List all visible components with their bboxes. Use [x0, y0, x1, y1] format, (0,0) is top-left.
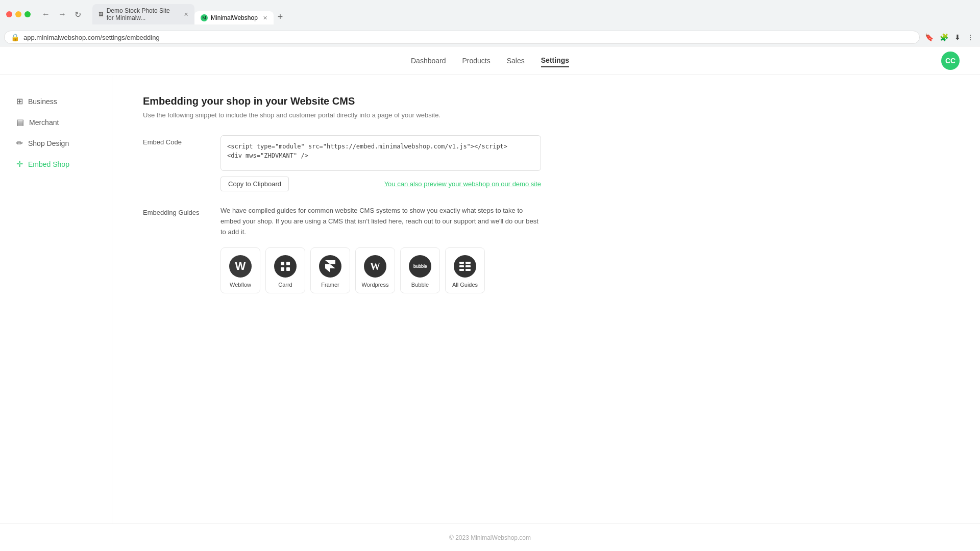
embed-code-textarea[interactable]: <script type="module" src="https://embed…	[220, 135, 541, 171]
guides-description: We have compiled guides for common websi…	[220, 206, 541, 237]
sidebar-label-embed-shop: Embed Shop	[28, 160, 69, 168]
embedding-guides-label: Embedding Guides	[143, 206, 204, 293]
browser-titlebar: ← → ↻ 🖼 Demo Stock Photo Site for Minima…	[0, 0, 980, 29]
window-close-button[interactable]	[6, 11, 12, 17]
sidebar-item-shop-design[interactable]: ✏ Shop Design	[10, 133, 102, 153]
svg-rect-8	[465, 265, 471, 267]
tab-minimalwebshop[interactable]: M MinimalWebshop ✕	[194, 11, 274, 24]
merchant-icon: ▤	[16, 117, 24, 127]
tab-demo-stock[interactable]: 🖼 Demo Stock Photo Site for Minimalw... …	[92, 4, 194, 24]
page-subtitle: Use the following snippet to include the…	[143, 111, 541, 119]
guide-card-webflow[interactable]: W Webflow	[220, 247, 260, 293]
carrd-logo	[274, 255, 297, 278]
embed-code-content: <script type="module" src="https://embed…	[220, 135, 541, 191]
tab-title-2: MinimalWebshop	[211, 14, 258, 21]
framer-logo	[319, 255, 341, 278]
settings-icon[interactable]: ⋮	[965, 32, 976, 42]
main-layout: ⊞ Business ▤ Merchant ✏ Shop Design ✛ Em…	[0, 75, 980, 523]
embed-code-label: Embed Code	[143, 135, 204, 191]
svg-rect-0	[281, 262, 284, 265]
svg-rect-1	[286, 262, 290, 265]
tab-title-1: Demo Stock Photo Site for Minimalw...	[107, 7, 179, 21]
nav-right: CC	[941, 52, 960, 70]
guide-card-wordpress[interactable]: W Wordpress	[355, 247, 395, 293]
tab-close-1[interactable]: ✕	[184, 11, 188, 18]
embed-shop-icon: ✛	[16, 159, 23, 169]
app: Dashboard Products Sales Settings CC ⊞ B…	[0, 46, 980, 551]
tab-favicon-1: 🖼	[99, 11, 104, 18]
wordpress-logo: W	[364, 255, 386, 278]
framer-label: Framer	[321, 282, 339, 288]
bookmark-icon[interactable]: 🔖	[923, 32, 936, 42]
address-bar[interactable]: 🔒 app.minimalwebshop.com/settings/embedd…	[4, 31, 920, 44]
footer: © 2023 MinimalWebshop.com	[0, 523, 980, 551]
guide-card-bubble[interactable]: bubble Bubble	[400, 247, 440, 293]
embedding-guides-section: Embedding Guides We have compiled guides…	[143, 206, 541, 293]
avatar[interactable]: CC	[941, 52, 960, 70]
nav-dashboard[interactable]: Dashboard	[411, 55, 446, 67]
lock-icon: 🔒	[11, 33, 19, 41]
guides-grid: W Webflow Carrd	[220, 247, 541, 293]
top-nav: Dashboard Products Sales Settings CC	[0, 46, 980, 75]
window-controls[interactable]	[6, 11, 31, 17]
guides-content: We have compiled guides for common websi…	[220, 206, 541, 293]
sidebar-item-business[interactable]: ⊞ Business	[10, 91, 102, 111]
address-text: app.minimalwebshop.com/settings/embeddin…	[23, 34, 913, 41]
tab-close-2[interactable]: ✕	[263, 15, 267, 21]
embed-actions: Copy to Clipboard You can also preview y…	[220, 177, 541, 191]
nav-sales[interactable]: Sales	[507, 55, 525, 67]
browser-chrome: ← → ↻ 🖼 Demo Stock Photo Site for Minima…	[0, 0, 980, 46]
svg-rect-4	[459, 262, 464, 264]
all-guides-logo	[454, 255, 476, 278]
forward-button[interactable]: →	[55, 9, 69, 20]
svg-rect-9	[465, 269, 471, 271]
svg-rect-7	[465, 262, 471, 264]
wordpress-label: Wordpress	[362, 282, 389, 288]
address-bar-row: 🔒 app.minimalwebshop.com/settings/embedd…	[0, 29, 980, 46]
guide-card-all[interactable]: All Guides	[445, 247, 485, 293]
reload-button[interactable]: ↻	[71, 9, 84, 20]
embed-code-section: Embed Code <script type="module" src="ht…	[143, 135, 541, 191]
browser-tabs: 🖼 Demo Stock Photo Site for Minimalw... …	[88, 4, 291, 24]
preview-webshop-link[interactable]: You can also preview your webshop on our…	[384, 180, 541, 188]
bubble-logo: bubble	[409, 255, 431, 278]
sidebar-label-shop-design: Shop Design	[28, 139, 69, 147]
webflow-logo: W	[229, 255, 252, 278]
sidebar-label-merchant: Merchant	[29, 118, 59, 127]
carrd-label: Carrd	[278, 282, 292, 288]
page-title: Embedding your shop in your Website CMS	[143, 95, 541, 107]
extension-icon[interactable]: 🧩	[938, 32, 950, 42]
svg-rect-6	[459, 269, 464, 271]
nav-settings[interactable]: Settings	[541, 54, 569, 67]
browser-navigation: ← → ↻	[39, 9, 84, 20]
window-minimize-button[interactable]	[15, 11, 21, 17]
nav-products[interactable]: Products	[462, 55, 490, 67]
window-maximize-button[interactable]	[24, 11, 31, 17]
webflow-label: Webflow	[230, 282, 251, 288]
sidebar-item-embed-shop[interactable]: ✛ Embed Shop	[10, 154, 102, 174]
main-content: Embedding your shop in your Website CMS …	[112, 75, 572, 523]
copy-clipboard-button[interactable]: Copy to Clipboard	[220, 177, 289, 191]
tab-favicon-2: M	[201, 14, 208, 21]
guide-card-framer[interactable]: Framer	[310, 247, 350, 293]
svg-rect-5	[459, 265, 464, 267]
shop-design-icon: ✏	[16, 138, 23, 148]
all-guides-label: All Guides	[452, 282, 478, 288]
new-tab-button[interactable]: +	[274, 10, 287, 24]
browser-toolbar-icons: 🔖 🧩 ⬇ ⋮	[923, 32, 976, 42]
sidebar: ⊞ Business ▤ Merchant ✏ Shop Design ✛ Em…	[0, 75, 112, 523]
svg-rect-3	[286, 267, 290, 271]
bubble-label: Bubble	[411, 282, 429, 288]
sidebar-label-business: Business	[28, 97, 57, 106]
svg-rect-2	[281, 267, 284, 271]
download-icon[interactable]: ⬇	[952, 32, 963, 42]
business-icon: ⊞	[16, 96, 23, 106]
footer-text: © 2023 MinimalWebshop.com	[449, 534, 531, 541]
nav-links: Dashboard Products Sales Settings	[411, 54, 569, 67]
back-button[interactable]: ←	[39, 9, 53, 20]
sidebar-item-merchant[interactable]: ▤ Merchant	[10, 112, 102, 132]
guide-card-carrd[interactable]: Carrd	[265, 247, 305, 293]
